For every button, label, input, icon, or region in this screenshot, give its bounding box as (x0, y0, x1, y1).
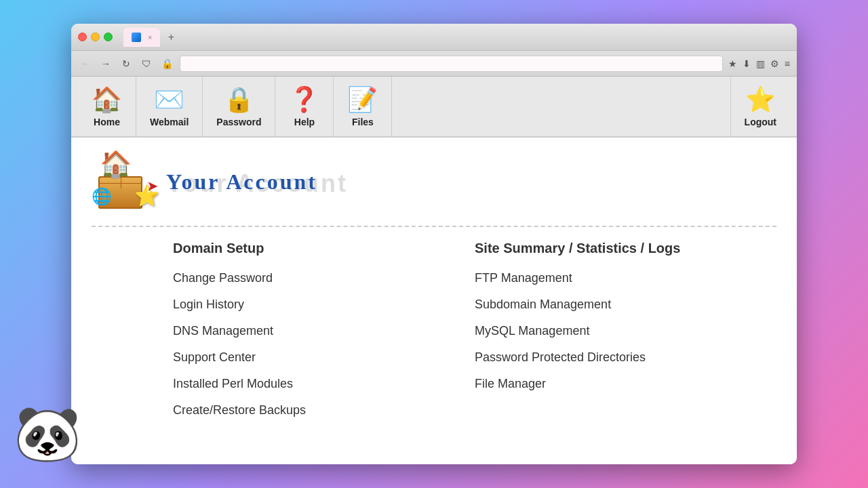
tab-close-icon[interactable]: × (148, 33, 152, 41)
nav-item-logout[interactable]: ⭐ Logout (730, 77, 790, 136)
file-manager-link[interactable]: File Manager (475, 377, 776, 391)
lock-icon: 🔒 (159, 56, 174, 71)
domain-setup-link[interactable]: Domain Setup (173, 241, 475, 256)
nav-item-home[interactable]: 🏠 Home (78, 77, 136, 136)
password-protected-directories-link[interactable]: Password Protected Directories (475, 350, 776, 365)
bookmark-icon[interactable]: ★ (728, 58, 737, 69)
account-logo: 🏠 ⭐ 🌐 ➤ (92, 151, 159, 212)
login-history-link[interactable]: Login History (173, 298, 475, 312)
links-grid: Domain Setup Change Password Login Histo… (173, 241, 776, 430)
address-input[interactable] (180, 56, 723, 72)
refresh-button[interactable]: ↻ (119, 56, 134, 71)
subdomain-management-link[interactable]: Subdomain Management (475, 298, 776, 312)
nav-password-label: Password (216, 117, 261, 127)
traffic-lights (78, 33, 113, 41)
nav-item-webmail[interactable]: ✉️ Webmail (136, 77, 203, 136)
help-icon: ❓ (289, 85, 319, 114)
dns-management-link[interactable]: DNS Management (173, 324, 475, 338)
nav-item-help[interactable]: ❓ Help (275, 77, 334, 136)
nav-help-label: Help (294, 117, 315, 127)
nav-home-label: Home (94, 117, 120, 127)
section-divider (92, 226, 776, 227)
browser-window: × + ← → ↻ 🛡 🔒 ★ ⬇ ▥ ⚙ ≡ 🏠 Home ✉️ Webmai… (71, 24, 797, 464)
account-header: 🏠 ⭐ 🌐 ➤ Your Account Your Account (92, 151, 776, 212)
back-button[interactable]: ← (78, 56, 93, 71)
close-window-button[interactable] (78, 33, 87, 41)
nav-bar: 🏠 Home ✉️ Webmail 🔒 Password ❓ Help 📝 Fi… (71, 77, 797, 138)
title-bar: × + (71, 24, 797, 51)
change-password-link[interactable]: Change Password (173, 271, 475, 285)
minimize-window-button[interactable] (91, 33, 100, 41)
support-center-link[interactable]: Support Center (173, 350, 475, 365)
nav-webmail-label: Webmail (150, 117, 189, 127)
account-title-container: Your Account Your Account (166, 169, 317, 195)
password-icon: 🔒 (224, 85, 254, 114)
page-content: 🏠 ⭐ 🌐 ➤ Your Account Your Account Domain… (71, 138, 797, 464)
menu-icon[interactable]: ≡ (785, 58, 790, 69)
ftp-management-link[interactable]: FTP Management (475, 271, 776, 285)
nav-item-files[interactable]: 📝 Files (334, 77, 392, 136)
maximize-window-button[interactable] (104, 33, 113, 41)
sidebar-icon[interactable]: ▥ (756, 58, 765, 69)
right-menu: Site Summary / Statistics / Logs FTP Man… (475, 241, 776, 430)
nav-logout-label: Logout (745, 117, 776, 127)
site-summary-link[interactable]: Site Summary / Statistics / Logs (475, 241, 776, 256)
tab-favicon (132, 33, 141, 42)
files-icon: 📝 (347, 85, 378, 114)
create-restore-backups-link[interactable]: Create/Restore Backups (173, 403, 475, 418)
mysql-management-link[interactable]: MySQL Management (475, 324, 776, 338)
left-menu: Domain Setup Change Password Login Histo… (173, 241, 475, 430)
shield-icon: 🛡 (139, 56, 154, 71)
panda-mascot: 🐼 (14, 407, 68, 474)
tab-bar: × + (123, 28, 790, 47)
settings-icon[interactable]: ⚙ (770, 58, 779, 69)
toolbar-right: ★ ⬇ ▥ ⚙ ≡ (728, 58, 790, 69)
installed-perl-modules-link[interactable]: Installed Perl Modules (173, 377, 475, 391)
logout-icon: ⭐ (745, 85, 776, 114)
nav-item-password[interactable]: 🔒 Password (203, 77, 275, 136)
browser-tab[interactable]: × (123, 28, 160, 47)
download-icon[interactable]: ⬇ (743, 58, 751, 69)
address-bar: ← → ↻ 🛡 🔒 ★ ⬇ ▥ ⚙ ≡ (71, 51, 797, 77)
nav-files-label: Files (352, 117, 374, 127)
home-icon: 🏠 (92, 85, 122, 114)
page-title: Your Account (166, 169, 317, 195)
forward-button[interactable]: → (98, 56, 113, 71)
webmail-icon: ✉️ (154, 85, 184, 114)
new-tab-button[interactable]: + (163, 29, 179, 45)
